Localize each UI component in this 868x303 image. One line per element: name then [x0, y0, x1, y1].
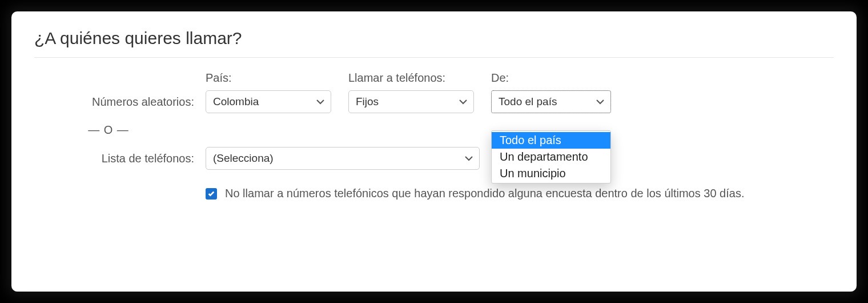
or-separator: — O —: [57, 123, 206, 137]
check-icon: [207, 190, 215, 198]
chevron-down-icon: [596, 97, 605, 106]
or-separator-row: — O —: [57, 123, 834, 137]
form-area: País: Llamar a teléfonos: De: Números al…: [34, 71, 834, 200]
pais-select[interactable]: Colombia: [206, 90, 331, 113]
no-call-checkbox[interactable]: [206, 188, 217, 200]
phone-list-label: Lista de teléfonos:: [57, 152, 206, 165]
page-title: ¿A quiénes quieres llamar?: [34, 29, 834, 58]
llamar-select[interactable]: Fijos: [348, 90, 474, 113]
de-option-todo[interactable]: Todo el país: [492, 132, 610, 149]
pais-select-value: Colombia: [213, 95, 259, 108]
config-panel: ¿A quiénes quieres llamar? País: Llamar …: [11, 11, 857, 292]
no-call-checkbox-label: No llamar a números telefónicos que haya…: [225, 187, 744, 200]
chevron-down-icon: [459, 97, 468, 106]
no-call-checkbox-row: No llamar a números telefónicos que haya…: [206, 187, 834, 200]
phone-list-select-value: (Selecciona): [213, 152, 274, 165]
llamar-label: Llamar a teléfonos:: [348, 71, 474, 85]
random-numbers-row: Números aleatorios: Colombia Fijos Todo …: [57, 90, 834, 113]
de-option-departamento[interactable]: Un departamento: [492, 149, 610, 165]
de-select-value: Todo el país: [499, 95, 557, 108]
de-dropdown: Todo el país Un departamento Un municipi…: [491, 130, 611, 184]
column-labels-row: País: Llamar a teléfonos: De:: [57, 71, 834, 87]
phone-list-select[interactable]: (Selecciona): [206, 147, 480, 170]
de-select[interactable]: Todo el país: [491, 90, 611, 113]
chevron-down-icon: [464, 154, 473, 163]
chevron-down-icon: [316, 97, 325, 106]
llamar-select-value: Fijos: [356, 95, 379, 108]
pais-label: País:: [206, 71, 331, 85]
phone-list-row: Lista de teléfonos: (Selecciona): [57, 147, 834, 170]
de-label: De:: [491, 71, 611, 85]
de-option-municipio[interactable]: Un municipio: [492, 165, 610, 182]
random-numbers-label: Números aleatorios:: [57, 95, 206, 109]
